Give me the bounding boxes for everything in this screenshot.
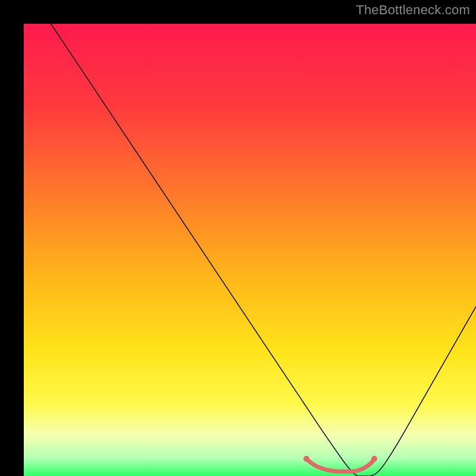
chart-frame	[12, 12, 464, 464]
bottleneck-chart	[24, 24, 476, 476]
watermark-text: TheBottleneck.com	[356, 2, 470, 18]
gradient-background	[24, 24, 476, 476]
optimal-range-end-dot	[371, 456, 377, 462]
optimal-range-start-dot	[303, 456, 309, 462]
